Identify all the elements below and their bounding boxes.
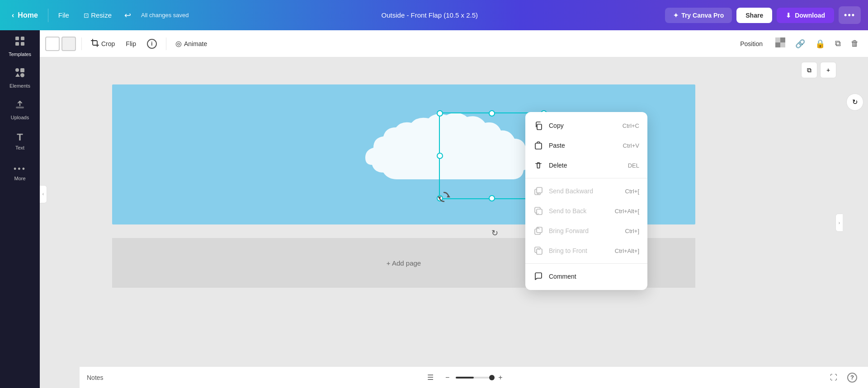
toolbar-separator: [81, 37, 82, 50]
flip-button[interactable]: Flip: [120, 37, 142, 50]
handle-top-mid[interactable]: [489, 110, 495, 117]
share-button[interactable]: Share: [736, 8, 772, 23]
delete-toolbar-button[interactable]: 🗑: [847, 36, 863, 51]
comment-icon: [533, 271, 543, 281]
svg-rect-1: [21, 37, 24, 40]
sidebar-item-elements[interactable]: Elements: [0, 62, 40, 93]
position-button[interactable]: Position: [734, 37, 769, 50]
resize-icon: ⊡: [84, 12, 89, 19]
grid-pattern-icon: [775, 40, 785, 49]
text-icon: T: [17, 131, 23, 143]
context-menu-paste[interactable]: Paste Ctrl+V: [525, 136, 647, 155]
more-icon: •••: [14, 164, 26, 174]
comment-label: Comment: [549, 273, 576, 280]
expand-page-button[interactable]: +: [820, 62, 836, 78]
rotate-handle[interactable]: ↻: [491, 228, 498, 238]
bring-to-front-icon: [533, 246, 543, 256]
context-menu-delete[interactable]: Delete DEL: [525, 155, 647, 175]
ellipsis-icon: •••: [844, 10, 855, 20]
help-button[interactable]: ?: [844, 371, 861, 384]
elements-label: Elements: [9, 83, 30, 89]
send-backward-shortcut: Ctrl+[: [625, 188, 639, 195]
undo-button[interactable]: ↩: [120, 7, 136, 24]
uploads-icon: [14, 98, 26, 113]
animate-button[interactable]: ◎ Animate: [170, 37, 212, 51]
context-menu-comment[interactable]: Comment: [525, 266, 647, 286]
rotate-cursor-icon: [438, 191, 450, 205]
bring-to-front-shortcut: Ctrl+Alt+]: [615, 248, 639, 254]
svg-marker-14: [438, 196, 441, 199]
zoom-out-button[interactable]: −: [442, 372, 453, 383]
uploads-label: Uploads: [11, 115, 29, 120]
info-button[interactable]: i: [142, 36, 162, 51]
secondary-toolbar: Crop Flip i ◎ Animate Position 🔗 🔒: [40, 30, 868, 57]
svg-rect-8: [16, 107, 24, 108]
color-swatch-2[interactable]: [61, 37, 76, 51]
bring-to-front-label: Bring to Front: [549, 247, 587, 254]
context-menu-copy[interactable]: Copy Ctrl+C: [525, 116, 647, 136]
bottombar: Notes ☰ − + ⛶: [80, 366, 868, 388]
svg-rect-9: [775, 37, 780, 42]
try-canva-button[interactable]: ✦ Try Canva Pro: [665, 8, 732, 23]
color-swatch-1[interactable]: [45, 37, 60, 51]
handle-mid-left[interactable]: [437, 153, 443, 159]
context-menu: Copy Ctrl+C Paste Ctrl+V Delete DE: [525, 112, 647, 290]
chevron-left-icon: ‹: [42, 192, 44, 196]
send-to-back-label: Send to Back: [549, 207, 586, 215]
info-icon: i: [147, 39, 157, 49]
zoom-in-button[interactable]: +: [495, 372, 506, 383]
zoom-slider[interactable]: [456, 377, 492, 379]
transparency-button[interactable]: [772, 35, 789, 52]
handle-bottom-mid[interactable]: [489, 195, 495, 201]
zoom-bar: − +: [442, 372, 506, 383]
paste-cm-icon: [533, 140, 543, 150]
right-panel: ↻: [846, 93, 863, 111]
chevron-right-icon: ›: [839, 220, 840, 225]
sidebar-item-templates[interactable]: Templates: [0, 30, 40, 62]
svg-marker-6: [15, 73, 20, 77]
back-button[interactable]: ‹ Home: [5, 8, 44, 23]
more-options-button[interactable]: •••: [839, 6, 861, 24]
expand-canvas-icon: ⛶: [830, 374, 837, 381]
resize-button[interactable]: ⊡ Resize: [77, 8, 118, 23]
star-icon: ✦: [673, 12, 679, 19]
topbar-divider: [48, 9, 48, 22]
link-button[interactable]: 🔗: [792, 36, 809, 51]
undo-icon: ↩: [124, 11, 131, 20]
templates-icon: [14, 35, 26, 50]
copy-cm-icon: [533, 121, 543, 131]
context-menu-send-to-back: Send to Back Ctrl+Alt+[: [525, 201, 647, 221]
paste-shortcut: Ctrl+V: [623, 142, 639, 149]
link-icon: 🔗: [795, 39, 805, 48]
download-button[interactable]: ⬇ Download: [777, 8, 834, 23]
sidebar-item-uploads[interactable]: Uploads: [0, 93, 40, 125]
canvas-top-icons: ⧉ +: [801, 62, 836, 78]
expand-icon: +: [826, 66, 830, 74]
svg-rect-11: [775, 42, 780, 47]
bring-forward-shortcut: Ctrl+]: [625, 228, 639, 234]
expand-canvas-button[interactable]: ⛶: [826, 372, 841, 383]
copy-icon: ⧉: [835, 39, 841, 48]
file-button[interactable]: File: [52, 8, 75, 23]
templates-label: Templates: [9, 51, 31, 57]
trash-icon: 🗑: [851, 39, 859, 48]
sidebar-collapse-handle[interactable]: ‹: [40, 185, 47, 203]
show-pages-button[interactable]: ☰: [424, 371, 437, 383]
copy-toolbar-button[interactable]: ⧉: [831, 36, 844, 51]
copy-page-icon: ⧉: [807, 66, 811, 74]
context-menu-bring-to-front: Bring to Front Ctrl+Alt+]: [525, 241, 647, 261]
notes-button[interactable]: Notes: [87, 374, 104, 381]
sidebar-item-text[interactable]: T Text: [0, 125, 40, 157]
lock-button[interactable]: 🔒: [811, 36, 829, 51]
handle-top-left[interactable]: [437, 110, 443, 117]
svg-rect-16: [535, 143, 542, 149]
crop-button[interactable]: Crop: [85, 36, 120, 51]
sidebar-item-more[interactable]: ••• More: [0, 157, 40, 188]
copy-page-button[interactable]: ⧉: [801, 62, 817, 78]
right-rotate-button[interactable]: ↻: [846, 93, 863, 111]
add-page-button[interactable]: + Add page: [376, 255, 432, 271]
right-collapse-handle[interactable]: ›: [835, 214, 843, 232]
send-to-back-shortcut: Ctrl+Alt+[: [615, 208, 639, 215]
svg-rect-20: [537, 209, 542, 215]
context-menu-divider-2: [525, 263, 647, 264]
